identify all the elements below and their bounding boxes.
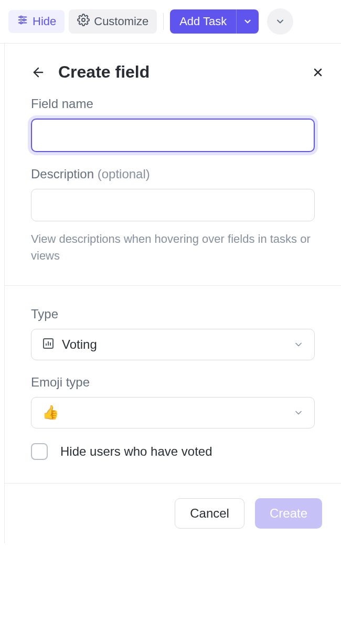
chevron-down-icon <box>243 17 252 26</box>
emoji-value: 👍 <box>42 404 59 421</box>
emoji-type-label: Emoji type <box>31 375 315 390</box>
type-label: Type <box>31 307 315 321</box>
type-select[interactable]: Voting <box>31 329 315 360</box>
svg-point-6 <box>82 18 85 22</box>
panel-header: Create field <box>5 44 341 96</box>
add-task-group: Add Task <box>170 9 259 34</box>
description-label: Description (optional) <box>31 167 315 181</box>
add-task-button[interactable]: Add Task <box>170 9 236 34</box>
toolbar-divider <box>163 13 164 30</box>
emoji-type-select[interactable]: 👍 <box>31 397 315 428</box>
hide-label: Hide <box>33 15 56 28</box>
customize-label: Customize <box>94 15 148 28</box>
svg-point-4 <box>23 19 25 21</box>
more-options-button[interactable] <box>267 8 293 35</box>
cancel-button[interactable]: Cancel <box>175 498 244 529</box>
field-name-label: Field name <box>31 96 315 111</box>
voting-icon <box>42 337 55 352</box>
sliders-icon <box>17 14 28 29</box>
panel-title: Create field <box>58 62 299 82</box>
svg-point-3 <box>20 16 22 18</box>
type-value: Voting <box>62 337 97 352</box>
close-icon <box>312 66 324 79</box>
customize-button[interactable]: Customize <box>69 9 157 34</box>
create-field-panel: Create field Field name Description (opt… <box>4 44 341 543</box>
chevron-down-icon <box>275 16 285 27</box>
close-button[interactable] <box>312 66 324 79</box>
description-helper: View descriptions when hovering over fie… <box>31 231 315 264</box>
hide-button[interactable]: Hide <box>8 10 65 33</box>
svg-point-5 <box>20 22 22 24</box>
add-task-dropdown[interactable] <box>236 9 259 34</box>
back-button[interactable] <box>31 65 46 80</box>
type-section: Type Voting Emoji type <box>5 286 341 483</box>
hide-voters-label: Hide users who have voted <box>60 444 212 459</box>
field-name-input[interactable] <box>31 119 315 152</box>
hide-voters-checkbox[interactable] <box>31 443 48 460</box>
create-button[interactable]: Create <box>255 498 322 529</box>
footer: Cancel Create <box>5 484 341 543</box>
chevron-down-icon <box>293 407 304 418</box>
chevron-down-icon <box>293 339 304 350</box>
gear-icon <box>77 14 90 29</box>
description-input[interactable] <box>31 189 315 221</box>
hide-voters-row: Hide users who have voted <box>31 443 315 460</box>
field-name-section: Field name Description (optional) View d… <box>5 96 341 285</box>
arrow-left-icon <box>31 65 46 80</box>
toolbar: Hide Customize Add Task <box>0 0 341 44</box>
